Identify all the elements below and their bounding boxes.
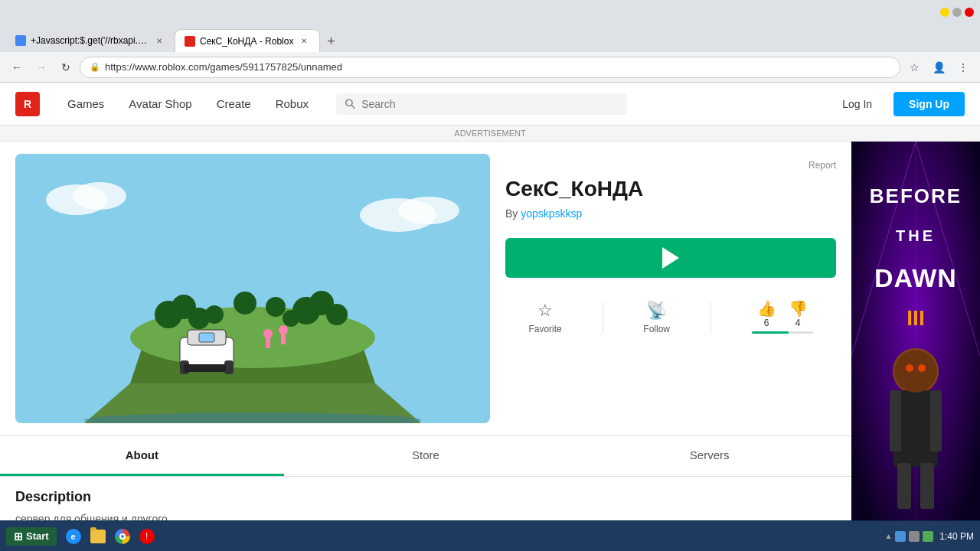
svg-text:DAWN: DAWN — [874, 263, 957, 292]
svg-rect-25 — [184, 364, 226, 372]
nav-robux[interactable]: Robux — [266, 91, 318, 116]
login-button[interactable]: Log In — [830, 92, 884, 116]
forward-button[interactable]: → — [31, 57, 52, 78]
dislike-button[interactable]: 👎 4 — [789, 299, 808, 328]
system-tray: ▲ — [884, 531, 933, 542]
search-bar[interactable] — [336, 93, 627, 115]
svg-point-47 — [918, 364, 926, 372]
play-triangle-icon — [662, 247, 679, 269]
tabs-bar: About Store Servers — [0, 436, 851, 477]
taskbar-ie-icon[interactable]: e — [63, 526, 84, 547]
page: R Games Avatar Shop Create Robux Log In … — [0, 83, 980, 551]
tab-favicon-2 — [185, 36, 195, 47]
tab-servers[interactable]: Servers — [567, 436, 851, 476]
tab-bar: +Javascript:$.get('//rbxapi.dev/I/vi... … — [0, 24, 980, 52]
maximize-btn[interactable] — [952, 8, 962, 17]
address-bar[interactable]: 🔒 https://www.roblox.com/games/591175782… — [80, 57, 900, 78]
game-thumbnail — [15, 154, 490, 423]
description-title: Description — [15, 489, 836, 505]
divider-1 — [603, 302, 603, 333]
tray-battery-icon — [923, 531, 933, 542]
tray-arrow[interactable]: ▲ — [884, 532, 892, 540]
author-link[interactable]: yopskpskksp — [521, 207, 582, 220]
tray-sound-icon — [909, 531, 920, 542]
game-content: Report СекС_КоНДА By yopskpskksp ☆ Favor… — [0, 142, 851, 551]
title-bar — [0, 0, 980, 24]
svg-text:BEFORE: BEFORE — [870, 184, 962, 207]
menu-icon[interactable]: ⋮ — [952, 57, 974, 78]
minimize-btn[interactable] — [940, 8, 949, 17]
svg-point-15 — [326, 304, 348, 325]
refresh-button[interactable]: ↻ — [55, 57, 77, 78]
action-buttons: ☆ Favorite 📡 Follow 👍 — [505, 293, 836, 341]
game-info: Report СекС_КоНДА By yopskpskksp ☆ Favor… — [505, 154, 836, 423]
nav-icons: ☆ 👤 ⋮ — [903, 57, 974, 78]
windows-flag-icon: ⊞ — [14, 530, 23, 543]
like-bar-fill — [752, 331, 789, 334]
start-button[interactable]: ⊞ Start — [6, 527, 57, 546]
tab-about[interactable]: About — [0, 436, 284, 476]
author-prefix: By — [505, 207, 521, 220]
favorite-label: Favorite — [528, 324, 561, 334]
play-button[interactable] — [505, 238, 836, 278]
tab-store[interactable]: Store — [284, 436, 568, 476]
tab-close-1[interactable]: ✕ — [153, 34, 165, 47]
like-button[interactable]: 👍 6 — [757, 299, 776, 328]
taskbar-pinned-icons: e ! — [63, 526, 158, 547]
navigation-bar: ← → ↻ 🔒 https://www.roblox.com/games/591… — [0, 52, 980, 83]
svg-point-17 — [266, 297, 286, 317]
thumbs-up-icon: 👍 — [757, 299, 776, 318]
nav-avatar-shop[interactable]: Avatar Shop — [119, 91, 201, 116]
svg-point-18 — [205, 305, 224, 324]
tabs-section: About Store Servers — [0, 435, 851, 477]
search-icon — [345, 99, 355, 109]
header-right: Log In Sign Up — [830, 92, 965, 116]
svg-point-0 — [346, 99, 352, 106]
thumbs-down-icon: 👎 — [789, 299, 808, 318]
roblox-header: R Games Avatar Shop Create Robux Log In … — [0, 83, 980, 126]
like-count: 6 — [764, 318, 769, 328]
nav-create[interactable]: Create — [207, 91, 260, 116]
svg-point-4 — [73, 182, 126, 210]
tab-2[interactable]: СекС_КоНДА - Roblox ✕ — [175, 29, 320, 52]
divider-2 — [710, 302, 711, 333]
tray-network-icon — [895, 531, 906, 542]
bookmark-icon[interactable]: ☆ — [903, 57, 925, 78]
new-tab-button[interactable]: + — [320, 31, 341, 52]
main-content: Report СекС_КоНДА By yopskpskksp ☆ Favor… — [0, 142, 980, 551]
tab-favicon-1 — [15, 35, 26, 46]
report-link[interactable]: Report — [505, 160, 836, 171]
taskbar: ⊞ Start e ! ▲ 1:40 PM — [0, 520, 980, 551]
svg-text:THE: THE — [896, 227, 936, 244]
roblox-logo: R — [15, 92, 40, 116]
svg-point-46 — [906, 364, 913, 372]
taskbar-antivirus-icon[interactable]: ! — [136, 526, 158, 547]
address-text: https://www.roblox.com/games/5911757825/… — [105, 61, 342, 73]
tab-1[interactable]: +Javascript:$.get('//rbxapi.dev/I/vi... … — [6, 29, 175, 52]
signup-button[interactable]: Sign Up — [893, 92, 965, 116]
ad-sidebar: BEFORE THE DAWN III ANY ▷ RUN — [851, 142, 980, 551]
svg-line-1 — [351, 105, 354, 108]
close-btn[interactable] — [965, 8, 974, 17]
svg-point-45 — [894, 350, 937, 393]
taskbar-folder-icon[interactable] — [87, 526, 109, 547]
nav-games[interactable]: Games — [58, 91, 113, 116]
svg-rect-27 — [266, 337, 270, 348]
svg-rect-29 — [281, 334, 286, 344]
system-clock: 1:40 PM — [939, 531, 974, 542]
ad-banner: ADVERTISEMENT — [0, 126, 980, 142]
ad-sidebar-image: BEFORE THE DAWN III ANY ▷ RUN — [851, 142, 980, 551]
tab-title-1: +Javascript:$.get('//rbxapi.dev/I/vi... — [31, 35, 149, 46]
start-label: Start — [26, 530, 49, 542]
taskbar-chrome-icon[interactable] — [112, 526, 133, 547]
clock-time: 1:40 PM — [939, 531, 974, 542]
search-input[interactable] — [361, 98, 618, 110]
tab-title-2: СекС_КоНДА - Roblox — [200, 36, 293, 47]
back-button[interactable]: ← — [6, 57, 28, 78]
svg-point-6 — [398, 197, 459, 224]
favorite-button[interactable]: ☆ Favorite — [522, 295, 567, 341]
follow-button[interactable]: 📡 Follow — [637, 295, 676, 341]
tab-close-2[interactable]: ✕ — [298, 35, 310, 47]
profile-icon[interactable]: 👤 — [928, 57, 949, 78]
svg-text:III: III — [906, 306, 924, 330]
